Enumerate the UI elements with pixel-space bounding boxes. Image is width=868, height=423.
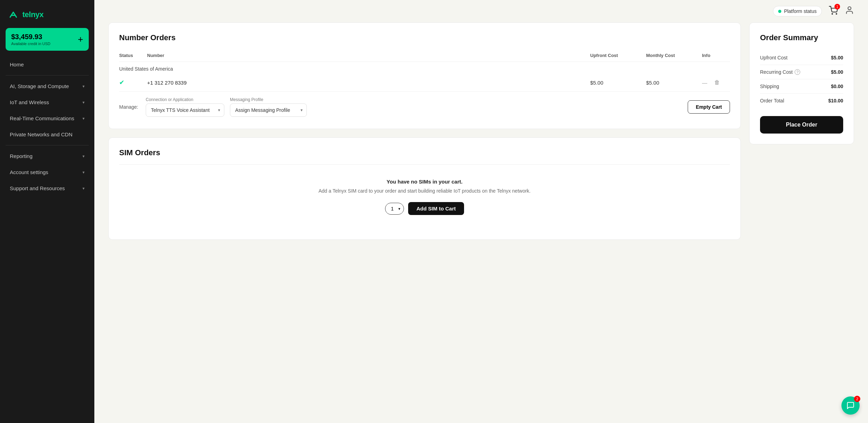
platform-status[interactable]: Platform status [773,6,822,16]
topbar: Platform status 1 [94,0,868,22]
sim-empty-title: You have no SIMs in your cart. [126,179,723,185]
col-monthly: Monthly Cost [646,53,702,58]
info-icon[interactable]: ? [795,69,800,75]
credit-amount: $3,459.93 [11,33,50,41]
col-number: Number [147,53,590,58]
qty-select[interactable]: 1 2 3 5 [385,203,404,215]
sidebar-item-iot-wireless[interactable]: IoT and Wireless▾ [3,94,92,110]
add-credit-icon[interactable]: + [78,34,83,45]
status-dot [778,10,781,13]
upfront-cost: $5.00 [590,80,646,86]
place-order-button[interactable]: Place Order [760,116,843,134]
sim-orders-card: SIM Orders You have no SIMs in your cart… [108,137,741,240]
sidebar-item-real-time-comm[interactable]: Real-Time Communications▾ [3,110,92,126]
sidebar-chevron-icon-support-resources: ▾ [82,186,85,191]
qty-wrapper[interactable]: 1 2 3 5 ▾ [385,203,404,215]
sidebar-item-ai-storage-compute[interactable]: AI, Storage and Compute▾ [3,78,92,94]
user-icon[interactable] [845,6,854,17]
messaging-section: Messaging Profile Assign Messaging Profi… [230,97,307,117]
sim-orders-title: SIM Orders [119,148,730,157]
sidebar-item-account-settings[interactable]: Account settings▾ [3,164,92,180]
summary-value: $0.00 [831,84,843,89]
sidebar-chevron-icon-reporting: ▾ [82,154,85,159]
sim-empty-state: You have no SIMs in your cart. Add a Tel… [119,164,730,229]
summary-label: Recurring Cost? [760,69,800,75]
messaging-select[interactable]: Assign Messaging Profile [230,103,307,117]
summary-label: Order Total [760,98,784,103]
summary-row: Upfront Cost$5.00 [760,51,843,65]
col-info: Info [702,53,730,58]
messaging-select-wrapper[interactable]: Assign Messaging Profile ▾ [230,103,307,117]
delete-icon[interactable]: 🗑 [714,79,720,86]
summary-row: Shipping$0.00 [760,79,843,94]
logo[interactable]: telnyx [0,0,94,28]
manage-label: Manage: [119,104,140,110]
sidebar-chevron-icon-account-settings: ▾ [82,170,85,175]
cart-badge: 1 [834,4,840,9]
chat-bubble[interactable]: 2 [841,396,860,415]
sidebar-item-label-ai-storage-compute: AI, Storage and Compute [10,83,69,89]
connection-select-wrapper[interactable]: Telnyx TTS Voice Assistant ▾ [146,103,224,117]
col-status: Status [119,53,147,58]
summary-label: Shipping [760,84,779,89]
sidebar-item-label-iot-wireless: IoT and Wireless [10,99,49,105]
empty-cart-button[interactable]: Empty Cart [688,100,730,114]
summary-row: Recurring Cost?$5.00 [760,65,843,79]
order-summary: Order Summary Upfront Cost$5.00Recurring… [749,22,854,144]
credit-label: Available credit in USD [11,42,50,46]
summary-label: Upfront Cost [760,55,788,60]
col-upfront: Upfront Cost [590,53,646,58]
sidebar-chevron-icon-real-time-comm: ▾ [82,116,85,121]
sidebar-item-label-account-settings: Account settings [10,169,48,175]
main-content: Number Orders Status Number Upfront Cost… [108,22,741,409]
sidebar-item-label-home: Home [10,62,24,67]
svg-point-2 [848,7,851,10]
add-sim-button[interactable]: Add SIM to Cart [408,202,464,215]
table-header: Status Number Upfront Cost Monthly Cost … [119,49,730,62]
svg-point-0 [832,14,833,14]
svg-point-1 [836,14,837,14]
platform-status-label: Platform status [784,8,817,14]
sidebar-chevron-icon-ai-storage-compute: ▾ [82,84,85,89]
sidebar: telnyx $3,459.93 Available credit in USD… [0,0,94,423]
sidebar-chevron-icon-iot-wireless: ▾ [82,100,85,105]
order-summary-title: Order Summary [760,33,843,42]
sidebar-item-label-reporting: Reporting [10,153,32,159]
summary-value: $10.00 [828,98,843,103]
number-orders-card: Number Orders Status Number Upfront Cost… [108,22,741,129]
number-row: ✔ +1 312 270 8339 $5.00 $5.00 — 🗑 [119,74,730,92]
sidebar-item-reporting[interactable]: Reporting▾ [3,148,92,164]
credit-card[interactable]: $3,459.93 Available credit in USD + [6,28,89,51]
chat-icon [846,401,855,410]
main-area: Platform status 1 Number Orders Status N [94,0,868,423]
connection-section: Connection or Application Telnyx TTS Voi… [146,97,224,117]
sidebar-item-label-private-networks: Private Networks and CDN [10,131,72,137]
number-orders-title: Number Orders [119,33,730,42]
summary-value: $5.00 [831,55,843,60]
info-dash: — [702,80,707,86]
sidebar-item-support-resources[interactable]: Support and Resources▾ [3,180,92,196]
manage-row: Manage: Connection or Application Telnyx… [119,92,730,118]
sim-actions: 1 2 3 5 ▾ Add SIM to Cart [126,202,723,215]
summary-value: $5.00 [831,69,843,75]
connection-select[interactable]: Telnyx TTS Voice Assistant [146,103,224,117]
sidebar-item-home[interactable]: Home [3,57,92,72]
monthly-cost: $5.00 [646,80,702,86]
chat-badge: 2 [854,396,860,402]
logo-text: telnyx [22,10,44,19]
content-area: Number Orders Status Number Upfront Cost… [94,22,868,423]
sidebar-item-label-support-resources: Support and Resources [10,185,65,191]
messaging-label: Messaging Profile [230,97,307,102]
phone-number: +1 312 270 8339 [147,80,590,86]
country-row: United States of America [119,62,730,74]
check-icon: ✔ [119,79,124,86]
sidebar-item-label-real-time-comm: Real-Time Communications [10,115,74,121]
summary-row: Order Total$10.00 [760,94,843,108]
sim-empty-desc: Add a Telnyx SIM card to your order and … [126,188,723,194]
connection-label: Connection or Application [146,97,224,102]
sidebar-item-private-networks[interactable]: Private Networks and CDN [3,127,92,142]
status-check: ✔ [119,79,147,86]
cart-icon-wrapper[interactable]: 1 [829,6,838,16]
